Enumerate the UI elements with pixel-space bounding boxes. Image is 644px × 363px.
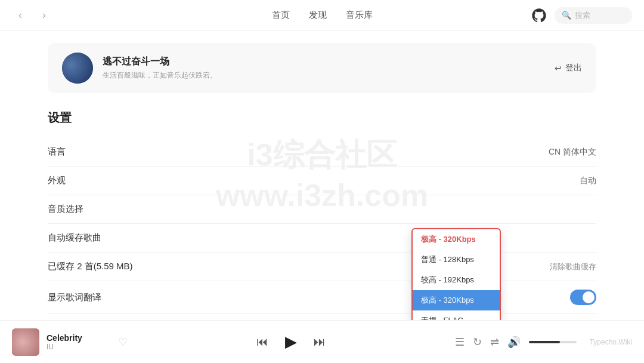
main-content: i3综合社区 www.i3zh.com 逃不过奋斗一场 生活百般滋味，正如音乐起… <box>0 31 644 320</box>
dropdown-item-4[interactable]: 无损 - FLAC <box>413 310 500 320</box>
language-value[interactable]: CN 简体中文 <box>549 147 596 158</box>
dropdown-item-3[interactable]: 极高 - 320Kbps <box>413 290 500 310</box>
prev-button[interactable]: ⏮ <box>256 335 268 349</box>
user-info: 逃不过奋斗一场 生活百般滋味，正如音乐起伏跌宕。 <box>103 56 217 81</box>
settings-rows: 语言 CN 简体中文 外观 自动 音质选择 自动缓存歌曲 已缓存 2 首(5.5… <box>48 138 596 320</box>
settings-row-quality: 音质选择 <box>48 195 596 224</box>
brand-label: Typecho.Wiki <box>590 338 632 346</box>
user-card: 逃不过奋斗一场 生活百般滋味，正如音乐起伏跌宕。 ↩ 登出 <box>48 43 596 93</box>
appearance-value[interactable]: 自动 <box>580 176 596 186</box>
album-art-image <box>12 328 39 356</box>
next-button[interactable]: ⏭ <box>314 335 326 349</box>
settings-row-auto-cache: 自动缓存歌曲 <box>48 224 596 253</box>
settings-row-cached: 已缓存 2 首(5.59 MB) 清除歌曲缓存 <box>48 253 596 281</box>
playlist-button[interactable]: ☰ <box>455 336 465 349</box>
logout-button[interactable]: ↩ 登出 <box>555 63 582 73</box>
shuffle-button[interactable]: ⇌ <box>490 336 499 349</box>
volume-bar[interactable] <box>529 341 577 343</box>
dropdown-item-0[interactable]: 极高 - 320Kbps <box>413 229 500 250</box>
user-name: 逃不过奋斗一场 <box>103 56 217 68</box>
player-controls: ⏮ ▶ ⏭ <box>135 333 448 351</box>
logout-icon: ↩ <box>555 63 562 73</box>
quality-label: 音质选择 <box>48 204 83 215</box>
player-song-artist: IU <box>47 343 106 351</box>
repeat-button[interactable]: ↻ <box>473 336 482 349</box>
user-avatar <box>62 53 93 84</box>
player-song-info: Celebrity IU <box>47 333 106 351</box>
appearance-label: 外观 <box>48 175 66 186</box>
dropdown-item-1[interactable]: 普通 - 128Kbps <box>413 250 500 270</box>
search-icon: 🔍 <box>562 11 571 20</box>
github-icon[interactable] <box>531 7 547 24</box>
volume-fill <box>529 341 560 343</box>
auto-cache-label: 自动缓存歌曲 <box>48 232 101 244</box>
settings-row-language: 语言 CN 简体中文 <box>48 138 596 167</box>
logout-label: 登出 <box>565 63 582 73</box>
nav-arrows: ‹ › <box>12 7 52 24</box>
like-button[interactable]: ♡ <box>118 336 128 349</box>
top-nav: ‹ › 首页 发现 音乐库 🔍 搜索 <box>0 0 644 31</box>
nav-center: 首页 发现 音乐库 <box>272 7 373 23</box>
user-desc: 生活百般滋味，正如音乐起伏跌宕。 <box>103 70 217 81</box>
cached-label: 已缓存 2 首(5.59 MB) <box>48 261 133 272</box>
play-button[interactable]: ▶ <box>285 333 297 351</box>
nav-discover[interactable]: 发现 <box>309 7 327 23</box>
nav-library[interactable]: 音乐库 <box>346 7 373 23</box>
language-label: 语言 <box>48 146 66 158</box>
settings-row-lyrics: 显示歌词翻译 <box>48 281 596 314</box>
quality-dropdown[interactable]: 极高 - 320Kbps 普通 - 128Kbps 较高 - 192Kbps 极… <box>411 228 501 320</box>
clear-cache-button[interactable]: 清除歌曲缓存 <box>550 262 596 272</box>
search-box[interactable]: 🔍 搜索 <box>555 7 632 24</box>
nav-right: 🔍 搜索 <box>531 7 632 24</box>
forward-button[interactable]: › <box>36 7 52 24</box>
lyrics-toggle[interactable] <box>570 290 596 305</box>
avatar-image <box>62 53 93 84</box>
player-song-title: Celebrity <box>47 333 106 343</box>
volume-icon[interactable]: 🔊 <box>507 336 521 349</box>
bottom-player: Celebrity IU ♡ ⏮ ▶ ⏭ ☰ ↻ ⇌ 🔊 Typecho.Wik… <box>0 320 644 363</box>
nav-home[interactable]: 首页 <box>272 7 290 23</box>
dropdown-item-2[interactable]: 较高 - 192Kbps <box>413 270 500 290</box>
search-placeholder: 搜索 <box>575 10 590 21</box>
player-right-controls: ☰ ↻ ⇌ 🔊 Typecho.Wiki <box>455 336 632 349</box>
lyrics-label: 显示歌词翻译 <box>48 292 101 303</box>
user-card-left: 逃不过奋斗一场 生活百般滋味，正如音乐起伏跌宕。 <box>62 53 217 84</box>
settings-row-appearance: 外观 自动 <box>48 167 596 195</box>
settings-title: 设置 <box>48 110 596 126</box>
back-button[interactable]: ‹ <box>12 7 29 24</box>
settings-row-github: 显示 GitHub 图标 <box>48 314 596 320</box>
player-album-art <box>12 328 39 356</box>
